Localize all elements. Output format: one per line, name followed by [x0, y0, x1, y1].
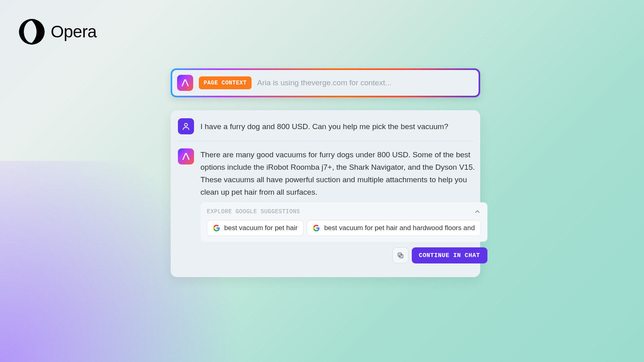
- context-bar-wrap: PAGE CONTEXT Aria is using theverge.com …: [171, 68, 480, 97]
- copy-button[interactable]: [392, 247, 409, 263]
- suggestion-label: best vacuum for pet hair and hardwood fl…: [324, 224, 475, 232]
- chat-card: I have a furry dog and 800 USD. Can you …: [171, 110, 480, 277]
- opera-icon: [19, 19, 45, 45]
- continue-in-chat-button[interactable]: CONTINUE IN CHAT: [412, 247, 487, 263]
- suggestion-chip[interactable]: best vacuum for pet hair: [207, 220, 303, 236]
- user-message-row: I have a furry dog and 800 USD. Can you …: [178, 117, 473, 141]
- chevron-up-icon[interactable]: [474, 208, 481, 215]
- user-avatar-icon: [178, 118, 194, 134]
- page-context-badge: PAGE CONTEXT: [199, 76, 252, 89]
- svg-point-9: [184, 123, 187, 126]
- assistant-message-text: There are many good vacuums for furry do…: [200, 148, 487, 198]
- suggestion-row: best vacuum for pet hair best vacuum for…: [207, 220, 481, 236]
- assistant-message-row: There are many good vacuums for furry do…: [178, 148, 473, 270]
- google-icon: [313, 224, 320, 232]
- aria-icon: [178, 148, 194, 165]
- user-message-text: I have a furry dog and 800 USD. Can you …: [200, 120, 473, 133]
- suggestion-chip[interactable]: best vacuum for pet hair and hardwood fl…: [307, 220, 481, 236]
- context-bar[interactable]: PAGE CONTEXT Aria is using theverge.com …: [172, 70, 479, 96]
- aria-icon: [177, 75, 193, 91]
- brand-name: Opera: [51, 22, 97, 41]
- suggestions-title: EXPLORE GOOGLE SUGGESTIONS: [207, 208, 300, 215]
- copy-icon: [397, 252, 404, 259]
- google-icon: [213, 224, 220, 232]
- suggestion-label: best vacuum for pet hair: [224, 224, 297, 232]
- context-status-text: Aria is using theverge.com for context..…: [257, 78, 392, 87]
- opera-logo: Opera: [19, 19, 97, 45]
- suggestions-panel: EXPLORE GOOGLE SUGGESTIONS: [200, 202, 487, 242]
- aria-panel: PAGE CONTEXT Aria is using theverge.com …: [171, 68, 480, 277]
- action-row: CONTINUE IN CHAT: [200, 247, 487, 263]
